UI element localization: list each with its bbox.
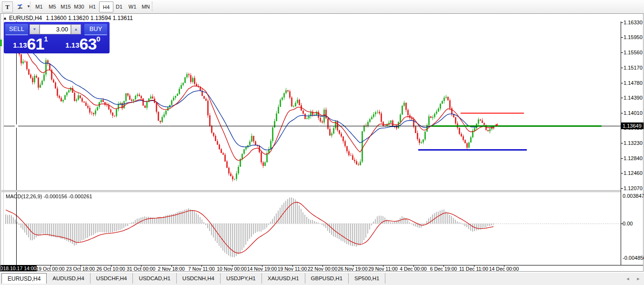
price-tick-label: 1.15170	[624, 65, 643, 71]
sell-button[interactable]: SELL	[5, 24, 28, 35]
price-tick-label: 1.16330	[624, 20, 643, 25]
timeframe-button-h4[interactable]: H4	[99, 1, 113, 12]
chart-tab-usdcnh-h4[interactable]: USDCNH,H4	[177, 273, 221, 284]
panel-collapse-arrow[interactable]: ▲	[3, 16, 7, 20]
price-tick-mark	[621, 68, 623, 68]
price-tick-mark	[621, 158, 623, 159]
tab-scroll-left-icon[interactable]: ◄	[625, 276, 631, 282]
price-tick-mark	[621, 113, 623, 113]
timeframe-button-m1[interactable]: M1	[32, 1, 46, 11]
timeframe-button-m15[interactable]: M15	[59, 1, 72, 11]
chart-tab-audusd-h4[interactable]: AUDUSD,H4	[47, 273, 90, 284]
time-label: 19 Nov 11:00	[278, 266, 307, 272]
time-label: 11 Dec 11:00	[459, 266, 488, 272]
price-tick-label: 1.14010	[624, 110, 643, 116]
crosshair-time-box: 018.10.17 14:00	[0, 265, 37, 272]
time-label: 14 Dec 00:00	[489, 266, 519, 272]
stray-candle-artifact	[0, 40, 2, 46]
macd-axis-label-bottom: -0.004856	[623, 255, 644, 261]
macd-zero-tick-mark	[621, 224, 623, 224]
bid-price-prefix: 1.13	[13, 38, 27, 52]
price-tick-label: 1.14390	[624, 95, 643, 101]
time-label: 23 Oct 18:00	[66, 266, 95, 272]
ask-price-main: 63	[80, 35, 97, 52]
bid-price-main: 61	[27, 35, 44, 52]
price-tick-mark	[621, 173, 623, 173]
text-tool-button[interactable]: T	[2, 1, 13, 12]
time-label: 10 Nov 00:00	[217, 266, 246, 272]
timeframe-button-m30[interactable]: M30	[72, 1, 86, 11]
bid-price[interactable]: 1.13 61 1	[5, 34, 56, 52]
volume-input[interactable]: 3.00	[40, 24, 71, 34]
macd-indicator-label: MACD(12,26,9) -0.000156 -0.000261	[6, 193, 92, 199]
price-tick-label: 1.14780	[624, 80, 643, 86]
chart-tab-gbpusd-h1[interactable]: GBPUSD,H1	[305, 273, 349, 284]
price-tick-mark	[621, 98, 623, 98]
macd-axis-label-top: 0.003847	[623, 193, 644, 199]
timeframe-button-m5[interactable]: M5	[46, 1, 59, 11]
chart-title: ▲EURUSD,H41.13600 1.13620 1.13594 1.1361…	[3, 15, 133, 21]
time-label: 4 Dec 00:00	[400, 266, 427, 272]
buy-button[interactable]: BUY	[84, 24, 107, 35]
one-click-trading-panel: SELL ▼ 3.00 ▲ BUY 1.13 61 1 1.13 63 0	[4, 22, 110, 53]
ask-price-pip: 0	[96, 35, 100, 42]
chart-tabs: EURUSD,H4AUDUSD,H4USDCHF,H4USDCAD,H1USDC…	[1, 273, 385, 284]
tab-scroll-right-icon[interactable]: ►	[635, 276, 641, 282]
mt4-terminal: T ▼ M1M5M15M30H1H4D1W1MN ▲EURUSD,H41.136…	[0, 0, 644, 285]
pane-splitter[interactable]	[1, 190, 621, 192]
time-label: 7 Nov 11:00	[188, 266, 215, 272]
macd-indicator-canvas[interactable]	[4, 192, 621, 265]
price-tick-mark	[621, 52, 623, 53]
price-tick-label: 1.15950	[624, 34, 643, 40]
price-axis-border	[621, 21, 621, 265]
price-tick-mark	[621, 143, 623, 143]
price-tick-label: 1.15560	[624, 50, 643, 55]
toolbar-grip[interactable]	[30, 2, 31, 11]
time-label: 6 Dec 19:00	[430, 266, 457, 272]
price-tick-label: 1.13230	[624, 140, 643, 146]
ask-price[interactable]: 1.13 63 0	[57, 34, 109, 52]
price-tick-label: 1.12840	[624, 155, 643, 161]
chart-tab-usdjpy-h1[interactable]: USDJPY,H1	[221, 273, 262, 284]
timeframe-button-d1[interactable]: D1	[112, 1, 126, 11]
macd-axis-label-zero: 0.00	[623, 221, 633, 226]
time-label: 2 Nov 18:00	[158, 266, 185, 272]
price-tick-mark	[621, 188, 623, 189]
time-label: 26 Oct 10:00	[96, 266, 125, 272]
time-label: 26 Nov 19:00	[338, 266, 367, 272]
time-label: 31 Oct 00:00	[127, 266, 155, 272]
chart-tab-bar: EURUSD,H4AUDUSD,H4USDCHF,H4USDCAD,H1USDC…	[0, 272, 644, 285]
toolbar: T ▼ M1M5M15M30H1H4D1W1MN	[0, 0, 644, 14]
ask-price-prefix: 1.13	[65, 38, 79, 52]
chart-symbol: EURUSD,H4	[9, 15, 42, 21]
chart-tab-eurusd-h4[interactable]: EURUSD,H4	[1, 273, 47, 284]
chart-tab-xauusd-h1[interactable]: XAUUSD,H1	[262, 273, 305, 284]
cursor-arrows-icon[interactable]	[15, 1, 25, 11]
chart-ohlc-quotes: 1.13600 1.13620 1.13594 1.13611	[46, 15, 133, 21]
price-tick-mark	[621, 22, 623, 23]
price-tick-mark	[621, 83, 623, 83]
arrows-icon	[16, 3, 24, 10]
time-label: 22 Nov 00:00	[308, 266, 337, 272]
chart-tab-sp500-h1[interactable]: SP500,H1	[349, 273, 385, 284]
price-tick-label: 1.12460	[624, 170, 643, 176]
time-label: 29 Nov 11:00	[368, 266, 398, 272]
chart-tab-usdchf-h4[interactable]: USDCHF,H4	[91, 273, 133, 284]
time-label: 19 Oct 00:00	[36, 266, 64, 272]
volume-increase-button[interactable]: ▲	[71, 24, 81, 34]
crosshair-price-box: 1.13649	[621, 122, 644, 129]
timeframe-button-h1[interactable]: H1	[86, 1, 99, 11]
toolbar-grip-2[interactable]	[151, 2, 153, 11]
price-tick-label: 1.12070	[624, 185, 643, 191]
chart-tab-usdcad-h1[interactable]: USDCAD,H1	[133, 273, 176, 284]
volume-decrease-button[interactable]: ▼	[30, 24, 40, 34]
timeframe-button-mn[interactable]: MN	[139, 1, 152, 11]
bid-price-pip: 1	[44, 35, 48, 42]
timeframe-button-w1[interactable]: W1	[126, 1, 139, 11]
time-label: 14 Nov 19:00	[247, 266, 277, 272]
price-tick-mark	[621, 37, 623, 38]
